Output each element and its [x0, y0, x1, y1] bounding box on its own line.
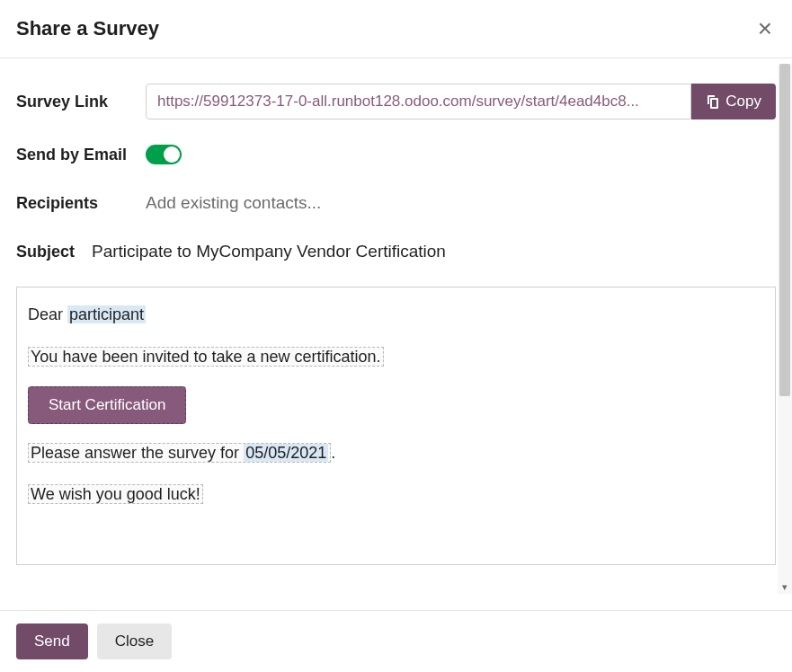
survey-link-group: https://59912373-17-0-all.runbot128.odoo… — [146, 84, 776, 119]
goodluck-placeholder: We wish you good luck! — [28, 484, 203, 504]
email-answer-line: Please answer the survey for 05/05/2021. — [28, 440, 764, 466]
field-subject: Subject Participate to MyCompany Vendor … — [16, 242, 776, 261]
modal-header: Share a Survey × — [0, 0, 792, 58]
copy-icon — [706, 94, 720, 109]
modal-footer: Send Close — [0, 610, 792, 672]
email-goodluck-line: We wish you good luck! — [28, 482, 764, 508]
label-recipients: Recipients — [16, 194, 146, 213]
field-recipients: Recipients Add existing contacts... — [16, 190, 776, 217]
email-line-invited: You have been invited to take a new cert… — [28, 344, 764, 370]
start-certification-button[interactable]: Start Certification — [28, 386, 186, 424]
modal-body: Survey Link https://59912373-17-0-all.ru… — [0, 58, 792, 588]
answer-suffix: . — [331, 444, 335, 462]
email-greeting: Dear participant — [28, 302, 764, 328]
send-by-email-toggle[interactable] — [146, 145, 182, 164]
recipients-input[interactable]: Add existing contacts... — [146, 190, 776, 217]
copy-button-label: Copy — [725, 93, 761, 111]
invited-text-placeholder: You have been invited to take a new cert… — [28, 347, 384, 367]
close-icon[interactable]: × — [754, 16, 776, 41]
scroll-down-arrow-icon[interactable]: ▾ — [779, 582, 789, 592]
answer-prefix: Please answer the survey for — [31, 444, 244, 462]
answer-date-token: 05/05/2021 — [244, 444, 328, 462]
survey-link-input[interactable]: https://59912373-17-0-all.runbot128.odoo… — [146, 84, 691, 119]
scrollbar-thumb[interactable] — [779, 64, 790, 396]
email-start-button-row: Start Certification — [28, 386, 764, 424]
label-subject: Subject — [16, 243, 92, 261]
copy-button[interactable]: Copy — [691, 84, 776, 119]
answer-line-placeholder: Please answer the survey for 05/05/2021 — [28, 443, 331, 463]
send-button[interactable]: Send — [16, 623, 88, 659]
send-by-email-control — [146, 145, 776, 164]
modal-title: Share a Survey — [16, 17, 159, 40]
label-send-by-email: Send by Email — [16, 146, 146, 164]
greeting-token-placeholder: participant — [67, 305, 146, 323]
email-body-editor[interactable]: Dear participant You have been invited t… — [16, 287, 776, 565]
greeting-prefix: Dear — [28, 305, 67, 323]
label-survey-link: Survey Link — [16, 93, 146, 111]
subject-input[interactable]: Participate to MyCompany Vendor Certific… — [92, 242, 446, 261]
field-send-by-email: Send by Email — [16, 145, 776, 164]
close-button[interactable]: Close — [97, 623, 172, 659]
field-survey-link: Survey Link https://59912373-17-0-all.ru… — [16, 84, 776, 119]
